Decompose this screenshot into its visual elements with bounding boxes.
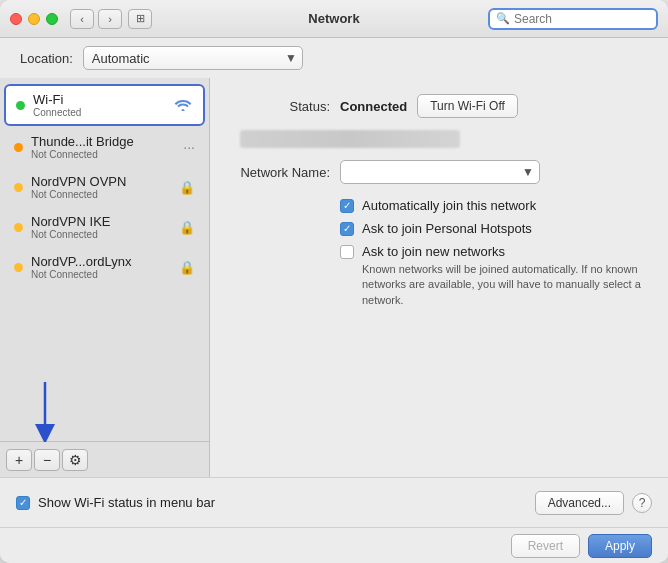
network-item-nordvpn-ovpn[interactable]: NordVPN OVPN Not Connected 🔒	[4, 168, 205, 206]
auto-join-checkbox[interactable]: ✓	[340, 199, 354, 213]
action-network-button[interactable]: ⚙	[62, 449, 88, 471]
advanced-button[interactable]: Advanced...	[535, 491, 624, 515]
network-window: ‹ › ⊞ Network 🔍 Location: Automatic ▼	[0, 0, 668, 563]
more-icon-thunderbolt: ···	[183, 139, 195, 155]
new-networks-label: Ask to join new networks	[362, 244, 505, 259]
network-status-nordvpn-ike: Not Connected	[31, 229, 173, 240]
sidebar: Wi-Fi Connected Thunde	[0, 78, 210, 477]
network-item-thunderbolt[interactable]: Thunde...it Bridge Not Connected ···	[4, 128, 205, 166]
bottom-actions: Advanced... ?	[535, 491, 652, 515]
search-icon: 🔍	[496, 12, 510, 25]
auto-join-row: ✓ Automatically join this network	[230, 198, 648, 213]
revert-button[interactable]: Revert	[511, 534, 580, 558]
network-name-wifi: Wi-Fi	[33, 92, 167, 107]
remove-network-button[interactable]: −	[34, 449, 60, 471]
network-name-select-wrap: ▼	[340, 160, 540, 184]
turn-wifi-button[interactable]: Turn Wi-Fi Off	[417, 94, 518, 118]
maximize-button[interactable]	[46, 13, 58, 25]
location-bar: Location: Automatic ▼	[0, 38, 668, 78]
network-info-nordvpn-ovpn: NordVPN OVPN Not Connected	[31, 174, 173, 200]
close-button[interactable]	[10, 13, 22, 25]
footer-actions: Revert Apply	[0, 527, 668, 563]
show-wifi-label: Show Wi-Fi status in menu bar	[38, 495, 215, 510]
status-dot-nordvpn-ike	[14, 223, 23, 232]
search-box[interactable]: 🔍	[488, 8, 658, 30]
main-content: Wi-Fi Connected Thunde	[0, 78, 668, 477]
show-wifi-checkbox[interactable]: ✓	[16, 496, 30, 510]
grid-button[interactable]: ⊞	[128, 9, 152, 29]
network-name-select[interactable]	[340, 160, 540, 184]
personal-hotspot-row: ✓ Ask to join Personal Hotspots	[230, 221, 648, 236]
new-networks-checkbox[interactable]	[340, 245, 354, 259]
network-info-nordvpn-ike: NordVPN IKE Not Connected	[31, 214, 173, 240]
detail-panel: Status: Connected Turn Wi-Fi Off Network…	[210, 78, 668, 477]
network-name-label: Network Name:	[230, 165, 330, 180]
network-status-nordvpn-lynx: Not Connected	[31, 269, 173, 280]
status-label: Status:	[230, 99, 330, 114]
location-select[interactable]: Automatic	[83, 46, 303, 70]
auto-join-check-icon: ✓	[343, 201, 351, 211]
back-button[interactable]: ‹	[70, 9, 94, 29]
network-info-nordvpn-lynx: NordVP...ordLynx Not Connected	[31, 254, 173, 280]
network-status-thunderbolt: Not Connected	[31, 149, 179, 160]
new-networks-text-block: Ask to join new networks Known networks …	[362, 244, 648, 308]
blurred-info-block	[240, 130, 460, 148]
location-select-wrap: Automatic ▼	[83, 46, 303, 70]
titlebar: ‹ › ⊞ Network 🔍	[0, 0, 668, 38]
network-name-row: Network Name: ▼	[230, 160, 648, 184]
network-name-thunderbolt: Thunde...it Bridge	[31, 134, 179, 149]
network-info-wifi: Wi-Fi Connected	[33, 92, 167, 118]
status-value: Connected	[340, 99, 407, 114]
bottom-bar: ✓ Show Wi-Fi status in menu bar Advanced…	[0, 477, 668, 527]
add-network-button[interactable]: +	[6, 449, 32, 471]
search-input[interactable]	[514, 12, 650, 26]
window-title: Network	[308, 11, 359, 26]
network-item-nordvpn-ike[interactable]: NordVPN IKE Not Connected 🔒	[4, 208, 205, 246]
show-wifi-check-icon: ✓	[19, 498, 27, 508]
personal-hotspot-check-icon: ✓	[343, 224, 351, 234]
help-button[interactable]: ?	[632, 493, 652, 513]
wifi-icon	[173, 97, 193, 114]
sidebar-toolbar: + − ⚙	[0, 441, 209, 477]
minimize-button[interactable]	[28, 13, 40, 25]
traffic-lights	[10, 13, 58, 25]
status-dot-nordvpn-lynx	[14, 263, 23, 272]
network-name-nordvpn-ike: NordVPN IKE	[31, 214, 173, 229]
new-networks-row: Ask to join new networks Known networks …	[230, 244, 648, 308]
network-status-wifi: Connected	[33, 107, 167, 118]
status-dot-wifi	[16, 101, 25, 110]
auto-join-label: Automatically join this network	[362, 198, 536, 213]
network-name-nordvpn-lynx: NordVP...ordLynx	[31, 254, 173, 269]
network-item-nordvpn-lynx[interactable]: NordVP...ordLynx Not Connected 🔒	[4, 248, 205, 286]
network-name-nordvpn-ovpn: NordVPN OVPN	[31, 174, 173, 189]
status-dot-nordvpn-ovpn	[14, 183, 23, 192]
personal-hotspot-label: Ask to join Personal Hotspots	[362, 221, 532, 236]
personal-hotspot-checkbox[interactable]: ✓	[340, 222, 354, 236]
apply-button[interactable]: Apply	[588, 534, 652, 558]
forward-button[interactable]: ›	[98, 9, 122, 29]
lock-icon-nordvpn-ike: 🔒	[179, 220, 195, 235]
show-wifi-row: ✓ Show Wi-Fi status in menu bar	[16, 495, 535, 510]
location-label: Location:	[20, 51, 73, 66]
status-dot-thunderbolt	[14, 143, 23, 152]
network-item-wifi[interactable]: Wi-Fi Connected	[4, 84, 205, 126]
network-status-nordvpn-ovpn: Not Connected	[31, 189, 173, 200]
lock-icon-nordvpn-lynx: 🔒	[179, 260, 195, 275]
nav-buttons: ‹ ›	[70, 9, 122, 29]
status-row: Status: Connected Turn Wi-Fi Off	[230, 94, 648, 118]
lock-icon-nordvpn-ovpn: 🔒	[179, 180, 195, 195]
down-arrow-indicator	[30, 382, 60, 442]
new-networks-sublabel: Known networks will be joined automatica…	[362, 262, 648, 308]
network-info-thunderbolt: Thunde...it Bridge Not Connected	[31, 134, 179, 160]
